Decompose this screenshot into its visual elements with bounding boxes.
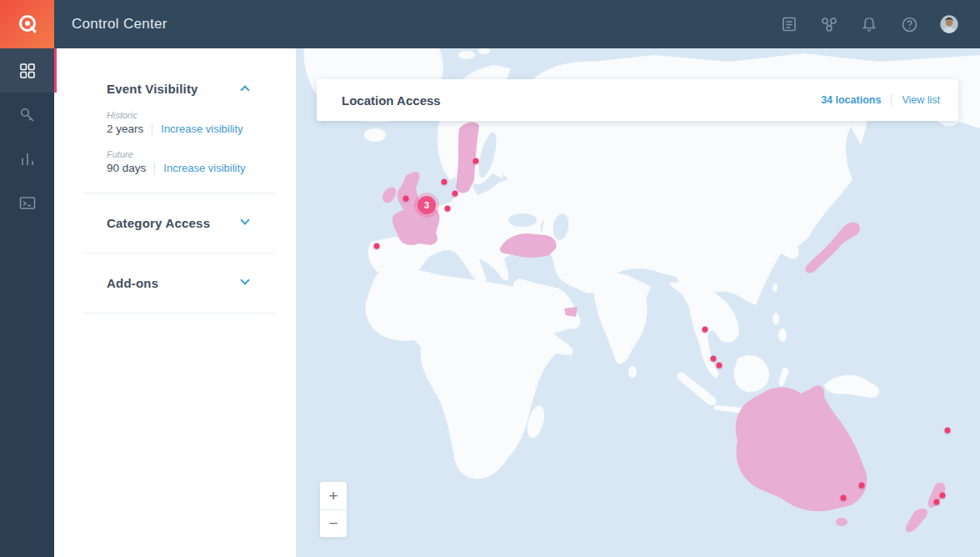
section-title: Category Access bbox=[107, 216, 210, 230]
markers-layer: 3 bbox=[296, 48, 980, 557]
map-marker[interactable] bbox=[841, 495, 847, 501]
section-addons: Add-ons bbox=[83, 253, 275, 314]
bell-icon[interactable] bbox=[860, 15, 878, 33]
map-marker[interactable] bbox=[717, 363, 722, 369]
help-icon[interactable] bbox=[900, 15, 918, 33]
brand-logo[interactable] bbox=[0, 0, 54, 48]
sidebar-item-access-keys[interactable] bbox=[0, 93, 54, 137]
map-marker[interactable] bbox=[702, 327, 708, 333]
map-marker[interactable] bbox=[945, 428, 951, 434]
sidebar-item-dashboard[interactable] bbox=[0, 48, 54, 93]
map-marker[interactable] bbox=[403, 196, 409, 202]
apps-icon[interactable] bbox=[820, 15, 838, 33]
page-title: Control Center bbox=[72, 16, 780, 33]
zoom-out-button[interactable]: − bbox=[320, 509, 347, 537]
marker-cluster[interactable]: 3 bbox=[418, 196, 436, 214]
locations-count-link[interactable]: 34 locations bbox=[821, 94, 881, 106]
addons-header[interactable]: Add-ons bbox=[83, 276, 275, 290]
map-marker[interactable] bbox=[473, 158, 479, 164]
console-icon bbox=[18, 194, 37, 213]
historic-label: Historic bbox=[107, 110, 275, 120]
section-title: Event Visibility bbox=[107, 82, 198, 96]
location-access-title: Location Access bbox=[342, 93, 821, 108]
settings-panel: Event Visibility Historic 2 years Increa… bbox=[54, 48, 296, 557]
sidebar-nav bbox=[0, 48, 54, 557]
app-window: Control Center bbox=[0, 0, 980, 557]
future-label: Future bbox=[107, 149, 275, 159]
key-icon bbox=[18, 106, 37, 124]
bar-chart-icon bbox=[18, 150, 37, 168]
section-title: Add-ons bbox=[107, 276, 158, 290]
historic-visibility-row: Historic 2 years Increase visibility bbox=[83, 110, 275, 135]
category-access-header[interactable]: Category Access bbox=[83, 216, 275, 230]
divider bbox=[891, 94, 892, 107]
section-event-visibility: Event Visibility Historic 2 years Increa… bbox=[83, 48, 275, 193]
historic-value: 2 years bbox=[107, 123, 143, 135]
map-marker[interactable] bbox=[452, 191, 458, 197]
map-marker[interactable] bbox=[859, 483, 865, 489]
chevron-up-icon[interactable] bbox=[240, 85, 249, 94]
topbar: Control Center bbox=[0, 0, 980, 48]
map-marker[interactable] bbox=[934, 499, 940, 505]
map-marker[interactable] bbox=[445, 206, 451, 212]
location-access-card: Location Access 34 locations View list bbox=[317, 79, 958, 121]
sidebar-item-usage[interactable] bbox=[0, 137, 54, 181]
future-visibility-row: Future 90 days Increase visibility bbox=[83, 149, 275, 174]
increase-future-visibility-link[interactable]: Increase visibility bbox=[163, 162, 245, 174]
zoom-in-button[interactable]: + bbox=[320, 482, 347, 509]
notes-icon[interactable] bbox=[780, 15, 798, 33]
map-marker[interactable] bbox=[711, 356, 717, 362]
chevron-down-icon[interactable] bbox=[240, 275, 249, 284]
grid-icon bbox=[18, 62, 37, 80]
avatar[interactable] bbox=[940, 15, 958, 33]
topbar-icons bbox=[780, 15, 980, 33]
sidebar-item-console[interactable] bbox=[0, 181, 54, 225]
map-marker[interactable] bbox=[940, 493, 946, 499]
logo-icon bbox=[16, 13, 39, 36]
increase-historic-visibility-link[interactable]: Increase visibility bbox=[161, 123, 242, 135]
map-marker[interactable] bbox=[374, 243, 380, 249]
chevron-down-icon[interactable] bbox=[240, 215, 249, 224]
world-map[interactable]: 3 Location Access 34 locations View list… bbox=[296, 48, 980, 557]
map-marker[interactable] bbox=[442, 179, 448, 185]
divider bbox=[154, 163, 155, 174]
future-value: 90 days bbox=[107, 162, 146, 174]
divider bbox=[152, 123, 152, 135]
event-visibility-header[interactable]: Event Visibility bbox=[83, 82, 275, 96]
map-zoom-control: + − bbox=[319, 481, 348, 538]
view-list-link[interactable]: View list bbox=[902, 94, 940, 106]
section-category-access: Category Access bbox=[83, 193, 275, 253]
